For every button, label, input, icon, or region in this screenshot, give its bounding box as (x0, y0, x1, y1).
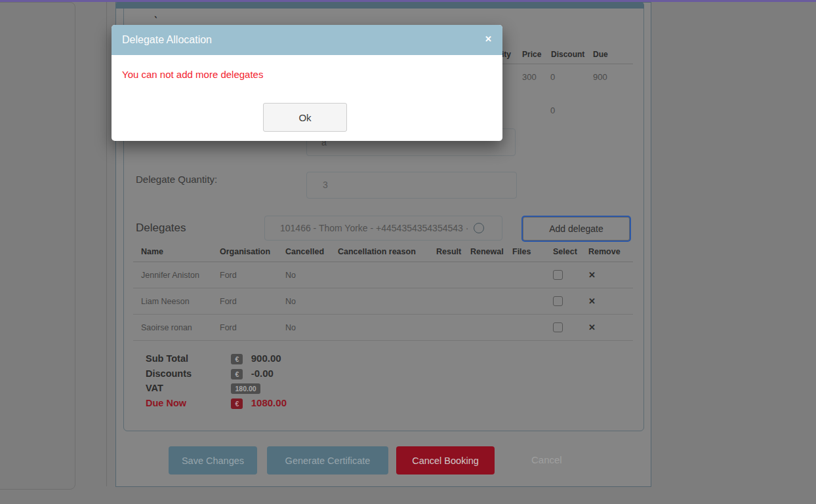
subtotal-label: Sub Total (146, 353, 219, 364)
cell-organisation: Ford (212, 262, 277, 288)
modal-title: Delegate Allocation (122, 25, 212, 55)
col-select: Select (545, 244, 581, 262)
subtotal-value: 900.00 (251, 353, 281, 364)
pricing-header-due: Due (593, 50, 608, 59)
col-name: Name (133, 244, 212, 262)
totals-row-vat: VAT 180.00 (146, 382, 260, 394)
pricing-discount-value: 0 (550, 72, 555, 82)
pricing-header-price: Price (522, 50, 541, 59)
add-delegate-button[interactable]: Add delegate (523, 217, 630, 241)
col-files: Files (504, 244, 545, 262)
cancel-booking-button[interactable]: Cancel Booking (396, 446, 495, 475)
due-now-value: 1080.00 (251, 397, 287, 408)
close-icon[interactable]: ✕ (485, 34, 492, 44)
col-remove: Remove (581, 244, 633, 262)
select-checkbox[interactable] (553, 322, 563, 332)
pricing-due-value: 900 (593, 72, 607, 82)
col-organisation: Organisation (212, 244, 277, 262)
table-row: Jennifer Aniston Ford No ✕ (133, 262, 633, 288)
col-renewal: Renewal (462, 244, 504, 262)
cell-name: Saoirse ronan (133, 315, 212, 341)
delegates-label: Delegates (136, 222, 186, 235)
panel-header-strip (115, 2, 644, 9)
cell-organisation: Ford (212, 315, 277, 341)
due-now-label: Due Now (146, 398, 219, 408)
page-background: ` Quantity Price Discount Due 300 0 900 … (0, 0, 816, 504)
delegate-allocation-modal: Delegate Allocation ✕ You can not add mo… (112, 25, 502, 141)
totals-row-discounts: Discounts € -0.00 (146, 368, 274, 379)
totals-row-subtotal: Sub Total € 900.00 (146, 353, 281, 364)
modal-header: Delegate Allocation ✕ (112, 25, 502, 55)
col-cancelled: Cancelled (277, 244, 330, 262)
remove-icon[interactable]: ✕ (588, 296, 596, 306)
pricing-header-discount: Discount (551, 50, 584, 59)
cell-cancelled: No (277, 288, 330, 315)
cell-organisation: Ford (212, 288, 277, 315)
remove-icon[interactable]: ✕ (588, 270, 596, 280)
vertical-divider (106, 2, 107, 486)
cancel-link[interactable]: Cancel (531, 454, 562, 465)
cell-cancelled: No (277, 315, 330, 341)
delegate-quantity-label: Delegate Quantity: (136, 174, 217, 185)
left-sidebar-card (0, 2, 75, 490)
pricing-discount-value-2: 0 (550, 106, 555, 115)
cell-cancelled: No (277, 262, 330, 288)
delegates-table: Name Organisation Cancelled Cancellation… (133, 244, 633, 341)
totals-row-due-now: Due Now € 1080.00 (146, 397, 287, 409)
save-changes-button[interactable]: Save Changes (169, 446, 257, 475)
modal-message: You can not add more delegates (122, 69, 263, 80)
euro-badge: € (231, 354, 243, 364)
remove-icon[interactable]: ✕ (588, 322, 596, 332)
ok-button[interactable]: Ok (263, 103, 347, 132)
delegates-table-header-row: Name Organisation Cancelled Cancellation… (133, 244, 633, 262)
delegate-select[interactable]: 101466 - Thom Yorke - +4454354354354543 … (264, 216, 502, 241)
select-checkbox[interactable] (553, 270, 563, 280)
vat-badge: 180.00 (231, 383, 260, 394)
pricing-price-value: 300 (522, 72, 537, 82)
col-cancellation-reason: Cancellation reason (330, 244, 428, 262)
euro-badge: € (231, 369, 243, 379)
discounts-value: -0.00 (251, 368, 274, 379)
table-row: Liam Neeson Ford No ✕ (133, 288, 633, 315)
table-row: Saoirse ronan Ford No ✕ (133, 315, 633, 341)
cell-name: Jennifer Aniston (133, 262, 212, 288)
delegate-quantity-input[interactable]: 3 (306, 172, 517, 199)
select-checkbox[interactable] (553, 296, 563, 306)
euro-badge: € (231, 398, 243, 409)
cell-name: Liam Neeson (133, 288, 212, 315)
discounts-label: Discounts (146, 368, 219, 379)
generate-certificate-button[interactable]: Generate Certificate (267, 446, 388, 475)
vat-label: VAT (146, 383, 219, 393)
col-result: Result (428, 244, 462, 262)
select-spinner-icon (474, 223, 484, 233)
